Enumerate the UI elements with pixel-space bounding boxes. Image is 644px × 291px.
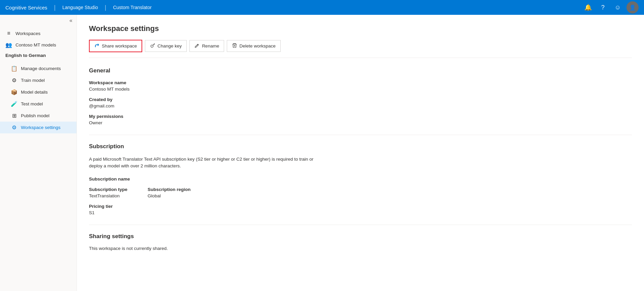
workspace-settings-icon: ⚙ xyxy=(11,124,18,131)
publish-model-label: Publish model xyxy=(21,113,50,118)
top-navigation: Cognitive Services | Language Studio | C… xyxy=(0,0,644,15)
sharing-section: Sharing settings This workspace is not c… xyxy=(89,233,632,251)
created-by-value: @gmail.com xyxy=(89,103,632,108)
sidebar-workspaces-label: Workspaces xyxy=(16,31,40,36)
subscription-heading: Subscription xyxy=(89,143,632,150)
change-key-button[interactable]: Change key xyxy=(145,40,187,52)
sidebar-project-label: English to German xyxy=(0,51,76,60)
workspace-name-label: Workspace name xyxy=(89,80,632,85)
subscription-type-value: TextTranslation xyxy=(89,193,127,198)
separator-1: | xyxy=(54,4,56,11)
sidebar-item-model-details[interactable]: 📦 Model details xyxy=(0,86,76,98)
workspaces-icon: ≡ xyxy=(5,30,12,36)
delete-workspace-icon xyxy=(232,43,237,49)
rename-label: Rename xyxy=(202,43,219,48)
subscription-region-col: Subscription region Global xyxy=(148,187,191,204)
delete-workspace-label: Delete workspace xyxy=(239,43,275,48)
header-icons: 🔔 ? ☺ 👤 xyxy=(582,1,639,13)
manage-documents-icon: 📋 xyxy=(11,65,18,72)
sidebar-collapse-area: « xyxy=(0,15,76,26)
notifications-button[interactable]: 🔔 xyxy=(582,1,594,13)
subscription-type-col: Subscription type TextTranslation xyxy=(89,187,127,204)
workspace-settings-label: Workspace settings xyxy=(21,125,61,130)
subscription-note: A paid Microsoft Translator Text API sub… xyxy=(89,156,325,170)
sidebar-item-test-model[interactable]: 🧪 Test model xyxy=(0,98,76,110)
sharing-heading: Sharing settings xyxy=(89,233,632,240)
brand-custom-translator[interactable]: Custom Translator xyxy=(113,5,151,10)
sharing-note: This workspace is not currently shared. xyxy=(89,246,632,251)
share-workspace-button[interactable]: Share workspace xyxy=(89,40,142,52)
separator-2: | xyxy=(105,4,106,11)
divider-1 xyxy=(89,135,632,135)
share-workspace-icon xyxy=(94,43,100,49)
sidebar-item-manage-documents[interactable]: 📋 Manage documents xyxy=(0,63,76,74)
subscription-name-label: Subscription name xyxy=(89,176,632,182)
subscription-two-col: Subscription type TextTranslation Subscr… xyxy=(89,187,632,204)
collapse-button[interactable]: « xyxy=(69,18,72,24)
svg-line-2 xyxy=(154,44,155,45)
main-content: Workspace settings Share workspace xyxy=(77,15,644,291)
app-body: « ≡ Workspaces 👥 Contoso MT models Engli… xyxy=(0,15,644,291)
permissions-label: My permissions xyxy=(89,114,632,119)
toolbar: Share workspace Change key xyxy=(89,40,632,58)
train-model-icon: ⚙ xyxy=(11,77,18,84)
sidebar-item-train-model[interactable]: ⚙ Train model xyxy=(0,74,76,86)
feedback-button[interactable]: ☺ xyxy=(612,1,624,13)
model-details-label: Model details xyxy=(21,90,48,95)
help-button[interactable]: ? xyxy=(597,1,609,13)
pricing-tier-value: S1 xyxy=(89,210,632,215)
sidebar-nav-section: 📋 Manage documents ⚙ Train model 📦 Model… xyxy=(0,61,76,135)
change-key-label: Change key xyxy=(157,43,182,48)
subscription-section: Subscription A paid Microsoft Translator… xyxy=(89,143,632,215)
model-details-icon: 📦 xyxy=(11,89,18,95)
permissions-value: Owner xyxy=(89,120,632,125)
user-avatar-button[interactable]: 👤 xyxy=(626,1,639,13)
created-by-label: Created by xyxy=(89,97,632,102)
subscription-region-label: Subscription region xyxy=(148,187,191,192)
brand-cognitive: Cognitive Services xyxy=(5,5,47,10)
sidebar: « ≡ Workspaces 👥 Contoso MT models Engli… xyxy=(0,15,77,291)
sidebar-item-workspaces[interactable]: ≡ Workspaces xyxy=(0,28,76,39)
rename-button[interactable]: Rename xyxy=(189,40,224,52)
page-title: Workspace settings xyxy=(89,24,632,33)
publish-model-icon: ⊞ xyxy=(11,112,18,119)
svg-point-0 xyxy=(151,45,153,47)
workspace-name-value: Contoso MT models xyxy=(89,87,632,92)
sidebar-top-section: ≡ Workspaces 👥 Contoso MT models English… xyxy=(0,26,76,61)
brand-language-studio[interactable]: Language Studio xyxy=(62,5,98,10)
change-key-icon xyxy=(150,43,155,49)
sidebar-item-models[interactable]: 👥 Contoso MT models xyxy=(0,39,76,51)
brand-area: Cognitive Services | Language Studio | C… xyxy=(5,4,152,11)
test-model-label: Test model xyxy=(21,101,43,106)
delete-workspace-button[interactable]: Delete workspace xyxy=(227,40,280,52)
test-model-icon: 🧪 xyxy=(11,101,18,107)
subscription-type-label: Subscription type xyxy=(89,187,127,192)
subscription-region-value: Global xyxy=(148,193,191,198)
manage-documents-label: Manage documents xyxy=(21,66,61,71)
pricing-tier-label: Pricing tier xyxy=(89,204,632,209)
share-workspace-label: Share workspace xyxy=(102,43,137,48)
models-icon: 👥 xyxy=(5,42,12,48)
sidebar-item-workspace-settings[interactable]: ⚙ Workspace settings xyxy=(0,122,76,133)
sidebar-models-label: Contoso MT models xyxy=(16,42,56,47)
train-model-label: Train model xyxy=(21,78,45,83)
general-section: General Workspace name Contoso MT models… xyxy=(89,67,632,125)
rename-icon xyxy=(194,43,200,49)
sidebar-item-publish-model[interactable]: ⊞ Publish model xyxy=(0,110,76,122)
general-heading: General xyxy=(89,67,632,74)
divider-2 xyxy=(89,225,632,225)
